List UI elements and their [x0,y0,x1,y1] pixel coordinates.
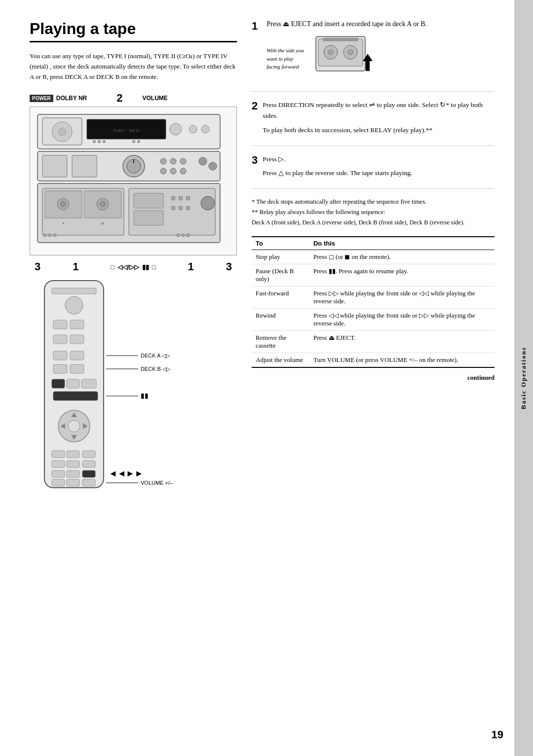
svg-point-102 [348,50,353,55]
table-cell-instruction: Turn VOLUME (or press VOLUME +/– on the … [309,353,495,368]
svg-point-21 [170,158,176,164]
step1-text: Press ⏏ EJECT and insert a recorded tape… [266,20,427,83]
svg-point-24 [170,168,176,174]
num3-left: 3 [35,260,40,273]
svg-point-32 [61,202,66,207]
stereo-svg: ◁ ◁◁ · · · ▷▷ ▷ [35,112,223,250]
svg-point-35 [100,202,105,207]
svg-point-3 [58,128,66,136]
right-col: 1 Press ⏏ EJECT and insert a recorded ta… [252,20,495,736]
label-num-2: 2 [116,92,122,105]
svg-rect-68 [53,392,98,400]
svg-point-52 [182,234,185,237]
svg-point-53 [187,234,190,237]
svg-point-23 [160,168,166,174]
svg-text:VOLUME +/–: VOLUME +/– [141,480,173,486]
table-col1-header: To [252,237,309,250]
step3-main: Press ▷. [263,154,495,165]
svg-text:◁ ◁◁ · · · ▷▷ ▷: ◁ ◁◁ · · · ▷▷ ▷ [113,128,140,133]
svg-rect-104 [366,61,370,71]
svg-point-42 [179,196,183,200]
svg-rect-82 [67,470,79,477]
step3-sub: Press △ to play the reverse side. The ta… [263,168,495,179]
svg-point-26 [199,157,207,165]
table-row: Pause (Deck B only)Press ▮▮. Press again… [252,264,495,287]
svg-point-10 [98,140,101,143]
svg-point-49 [48,234,51,237]
svg-point-8 [201,125,209,133]
table-row: Fast-forwardPress ▷▷ while playing the f… [252,287,495,309]
table-cell-instruction: Press ◻ (or ◼ on the remote). [309,250,495,264]
table-cell-action: Remove the cassette [252,331,309,353]
svg-rect-79 [67,461,79,468]
step2-text: Press DIRECTION repeatedly to select ⇌ t… [263,100,495,139]
tape-image-area: With the side you want to play facing fo… [266,34,427,83]
svg-rect-80 [82,461,95,468]
svg-rect-84 [52,479,65,486]
svg-text:DECK B ◁▷: DECK B ◁▷ [141,366,171,372]
svg-rect-59 [53,335,67,344]
left-col: Playing a tape You can use any type of t… [30,20,237,736]
action-table: To Do this Stop playPress ◻ (or ◼ on the… [252,236,495,368]
svg-point-6 [170,123,182,135]
step2-sub: To play both decks in succession, select… [263,125,495,136]
svg-rect-62 [70,351,84,360]
svg-point-45 [179,206,183,210]
svg-point-47 [201,196,215,210]
svg-point-25 [180,168,186,174]
table-cell-action: Fast-forward [252,287,309,309]
note-2: ** Relay play always follows the followi… [252,207,495,217]
svg-rect-75 [52,451,65,458]
svg-text:◄◄: ◄◄ [109,468,126,478]
tape-side-note: With the side you want to play facing fo… [266,46,306,71]
svg-rect-58 [70,320,84,329]
svg-point-56 [65,296,83,314]
table-row: Adjust the volumeTurn VOLUME (or press V… [252,353,495,368]
svg-point-44 [171,206,175,210]
svg-rect-64 [70,364,84,373]
label-dolby-nr: DOLBY NR [56,95,87,102]
bottom-labels-row: 3 1 □ ◁◁/▷▷ ▮▮ □ 1 3 [30,260,237,273]
table-cell-action: Adjust the volume [252,353,309,368]
tape-insert-svg [311,34,375,83]
step3-block: 3 Press ▷. Press △ to play the reverse s… [252,154,495,189]
step2-block: 2 Press DIRECTION repeatedly to select ⇌… [252,100,495,146]
svg-point-9 [93,140,96,143]
step3-number: 3 [252,154,258,167]
num1-right: 1 [188,260,194,273]
svg-rect-105 [323,38,358,41]
top-section: Playing a tape You can use any type of t… [30,20,495,736]
table-cell-instruction: Press ▷▷ while playing the front side or… [309,287,495,309]
step1-main-text: Press ⏏ EJECT and insert a recorded tape… [266,20,427,28]
table-cell-action: Rewind [252,309,309,331]
step2-main: Press DIRECTION repeatedly to select ⇌ t… [263,100,495,122]
note-1: * The deck stops automatically after rep… [252,197,495,207]
label-power: POWER [30,95,53,102]
device-diagram: ◁ ◁◁ · · · ▷▷ ▷ [30,107,237,255]
step2-number: 2 [252,100,258,112]
page-number: 19 [492,728,503,741]
num1-left: 1 [73,260,78,273]
table-cell-instruction: Press ▮▮. Press again to resume play. [309,264,495,287]
remote-diagram: ◄◄ ►► DECK A ◁▷ DECK B ◁▷ ▮▮ VOL [30,278,217,500]
svg-rect-40 [134,211,163,225]
svg-rect-39 [134,193,163,208]
svg-text:▮▮: ▮▮ [141,392,149,399]
intro-text: You can use any type of tape, TYPE I (no… [30,51,237,82]
svg-point-20 [160,158,166,164]
svg-rect-85 [67,479,79,486]
label-volume: VOLUME [142,95,167,102]
table-row: RewindPress ◁◁ while playing the front s… [252,309,495,331]
svg-rect-81 [52,470,65,477]
svg-point-48 [43,234,46,237]
svg-rect-67 [81,379,96,388]
notes-section: * The deck stops automatically after rep… [252,197,495,227]
svg-point-11 [103,140,106,143]
continued-label: continued [252,374,495,382]
side-tab: Basic Operations [514,0,533,756]
svg-rect-83 [82,470,95,477]
svg-rect-77 [82,451,95,458]
svg-point-7 [189,125,197,133]
side-tab-text: Basic Operations [520,347,528,409]
table-cell-instruction: Press ◁◁ while playing the front side or… [309,309,495,331]
